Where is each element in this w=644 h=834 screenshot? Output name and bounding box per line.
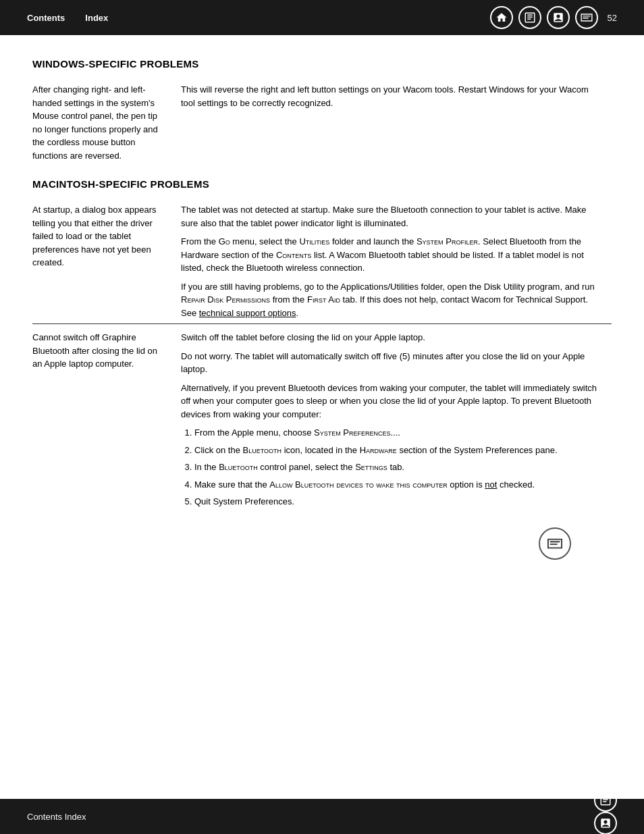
mac-row2-solution2: Do not worry. The tablet will automatica… xyxy=(181,350,605,376)
windows-problem-table: After changing right- and left-handed se… xyxy=(32,79,612,166)
solution3-middle: from the xyxy=(270,294,307,305)
header-nav-icons: 52 xyxy=(490,6,617,29)
mac-section: MACINTOSH-SPECIFIC PROBLEMS At startup, … xyxy=(32,178,612,517)
step2-suffix: section of the System Preferences pane. xyxy=(397,445,558,455)
windows-problem-left: After changing right- and left-handed se… xyxy=(32,79,181,166)
header-home-icon[interactable] xyxy=(490,6,513,29)
step3-suffix: tab. xyxy=(387,462,404,472)
footer-index-link[interactable]: Index xyxy=(65,812,86,822)
step3-middle: control panel, select the xyxy=(258,462,356,472)
windows-section-title: WINDOWS-SPECIFIC PROBLEMS xyxy=(32,58,612,70)
step-1: From the Apple menu, choose System Prefe… xyxy=(194,426,605,440)
step1-prefix: From the Apple menu, choose xyxy=(194,427,314,438)
solution3-repair: Repair Disk Permissions xyxy=(181,294,270,305)
footer-nav-bar: Contents Index 52 xyxy=(0,799,644,834)
step3-sc1: Bluetooth xyxy=(219,462,258,472)
mac-row1-solutions: The tablet was not detected at startup. … xyxy=(181,199,612,324)
solution3-first-aid: First Aid xyxy=(307,294,340,305)
main-content: WINDOWS-SPECIFIC PROBLEMS After changing… xyxy=(0,35,644,583)
footer-tablet-icon-1[interactable] xyxy=(594,789,617,812)
step3-prefix: In the xyxy=(194,462,219,472)
mac-row2-solutions: Switch off the tablet before closing the… xyxy=(181,324,612,517)
solution2-utilities: Utilities xyxy=(299,236,329,246)
solution3-prefix: If you are still having problems, go to … xyxy=(181,282,595,292)
header-tablet-icon-2[interactable] xyxy=(547,6,570,29)
step2-middle: icon, located in the xyxy=(281,445,360,455)
mac-row1-solution3: If you are still having problems, go to … xyxy=(181,280,605,320)
solution2-middle: menu, select the xyxy=(230,236,300,246)
header-contents-link[interactable]: Contents xyxy=(27,13,65,23)
solution2-go: Go xyxy=(219,236,230,246)
step-2: Click on the Bluetooth icon, located in … xyxy=(194,444,605,457)
step3-sc2: Settings xyxy=(355,462,387,472)
step1-sc: System Preferences xyxy=(314,427,390,438)
step-5: Quit System Preferences. xyxy=(194,495,605,509)
footer-nav-icons: 52 xyxy=(594,766,617,835)
windows-section: WINDOWS-SPECIFIC PROBLEMS After changing… xyxy=(32,58,612,166)
header-tablet-icon-3[interactable] xyxy=(575,6,598,29)
solution2-contents: Contents xyxy=(276,250,311,260)
bottom-tablet-icon[interactable] xyxy=(539,527,571,560)
mac-row1-left: At startup, a dialog box appears telling… xyxy=(32,199,181,324)
solution2-system-profiler: System Profiler xyxy=(417,236,478,246)
mac-problem-table: At startup, a dialog box appears telling… xyxy=(32,199,612,517)
step1-suffix: .... xyxy=(391,427,400,438)
step4-suffix: checked. xyxy=(497,479,535,490)
solution3-end: . xyxy=(296,308,299,318)
mac-row2-solution3: Alternatively, if you prevent Bluetooth … xyxy=(181,382,605,421)
step4-sc: Allow Bluetooth devices to wake this com… xyxy=(269,479,447,490)
step2-sc2: Hardware xyxy=(360,445,397,455)
step2-prefix: Click on the xyxy=(194,445,243,455)
step-4: Make sure that the Allow Bluetooth devic… xyxy=(194,478,605,492)
header-nav-links: Contents Index xyxy=(27,13,108,23)
windows-solution-right: This will reverse the right and left but… xyxy=(181,79,612,166)
mac-row1-solution2: From the Go menu, select the Utilities f… xyxy=(181,235,605,275)
step4-middle: option is xyxy=(448,479,485,490)
mac-row2-left: Cannot switch off Graphire Bluetooth aft… xyxy=(32,324,181,517)
step-3: In the Bluetooth control panel, select t… xyxy=(194,461,605,474)
solution2-prefix: From the xyxy=(181,236,219,246)
step4-not: not xyxy=(485,479,497,490)
step5-text: Quit System Preferences. xyxy=(194,496,294,506)
solution2-after: folder and launch the xyxy=(329,236,417,246)
mac-row2-solution1: Switch off the tablet before closing the… xyxy=(181,331,605,344)
footer-tablet-icon-2[interactable] xyxy=(594,812,617,835)
mac-row1-solution1: The tablet was not detected at startup. … xyxy=(181,203,605,230)
mac-section-title: MACINTOSH-SPECIFIC PROBLEMS xyxy=(32,178,612,190)
header-index-link[interactable]: Index xyxy=(85,13,108,23)
header-nav-bar: Contents Index 52 xyxy=(0,0,644,35)
mac-row2-steps-list: From the Apple menu, choose System Prefe… xyxy=(194,426,605,509)
step4-prefix: Make sure that the xyxy=(194,479,269,490)
header-tablet-icon-1[interactable] xyxy=(518,6,541,29)
technical-support-link[interactable]: technical support options xyxy=(199,308,296,318)
footer-nav-links: Contents Index xyxy=(27,812,86,822)
bottom-icon-area xyxy=(32,527,612,560)
footer-home-icon[interactable] xyxy=(594,766,617,789)
step2-sc1: Bluetooth xyxy=(243,445,282,455)
header-page-number: 52 xyxy=(608,13,617,23)
footer-contents-link[interactable]: Contents xyxy=(27,812,62,822)
